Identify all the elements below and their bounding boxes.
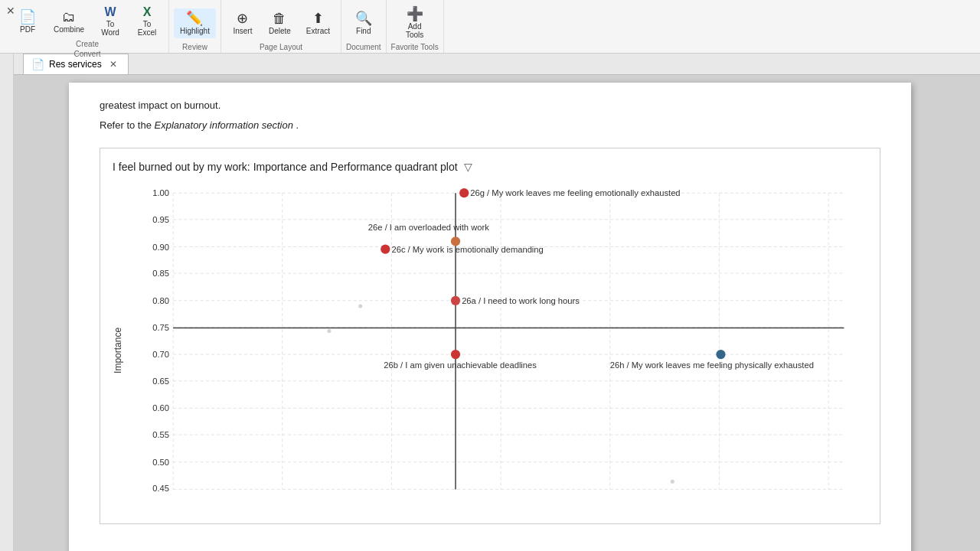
add-tools-button[interactable]: ➕ AddTools bbox=[398, 4, 432, 42]
svg-text:26c / My work is emotionally d: 26c / My work is emotionally demanding bbox=[391, 245, 543, 254]
to-word-label: ToWord bbox=[101, 20, 119, 37]
datapoint-26h[interactable] bbox=[716, 350, 725, 359]
toolbar-group-create: 📄 PDF 🗂 Combine W ToWord X ToExcel Creat… bbox=[6, 0, 169, 53]
svg-text:26a / I need to work long hour: 26a / I need to work long hours bbox=[462, 296, 580, 305]
svg-text:0.70: 0.70 bbox=[152, 350, 169, 359]
convert-section-label: Convert bbox=[74, 50, 101, 60]
intro-line2-prefix: Refer to the bbox=[100, 119, 155, 131]
tab-close-button[interactable]: ✕ bbox=[106, 59, 120, 70]
review-section-label: Review bbox=[182, 43, 207, 53]
tab-title: Res services bbox=[49, 59, 102, 70]
datapoint-26g[interactable] bbox=[459, 188, 469, 197]
datapoint-26b[interactable] bbox=[451, 350, 460, 359]
svg-text:0.95: 0.95 bbox=[152, 215, 169, 224]
extract-icon: ⬆ bbox=[312, 11, 324, 25]
to-word-button[interactable]: W ToWord bbox=[93, 3, 127, 40]
svg-text:0.50: 0.50 bbox=[152, 458, 169, 467]
chart-title-text: I feel burned out by my work: Importance… bbox=[113, 161, 458, 173]
svg-text:26e / I am overloaded with wor: 26e / I am overloaded with work bbox=[368, 223, 489, 232]
svg-text:0.85: 0.85 bbox=[152, 269, 169, 278]
svg-text:0.90: 0.90 bbox=[152, 243, 169, 252]
left-sidebar-strip bbox=[0, 54, 14, 551]
chart-container: I feel burned out by my work: Importance… bbox=[100, 148, 880, 524]
tab-icon: 📄 bbox=[31, 58, 44, 70]
intro-line1: greatest impact on burnout. bbox=[100, 98, 880, 113]
extract-button[interactable]: ⬆ Extract bbox=[300, 8, 336, 38]
svg-text:0.80: 0.80 bbox=[152, 296, 169, 305]
intro-line2-end: . bbox=[296, 119, 299, 131]
svg-text:1.00: 1.00 bbox=[152, 188, 169, 197]
svg-text:26h / My work leaves me feelin: 26h / My work leaves me feeling physical… bbox=[610, 360, 814, 370]
delete-label: Delete bbox=[269, 27, 291, 35]
toolbar-group-review: ✏️ Highlight Review bbox=[169, 0, 221, 53]
insert-button[interactable]: ⊕ Insert bbox=[226, 8, 260, 38]
to-excel-label: ToExcel bbox=[138, 20, 156, 37]
toolbar-group-pagelayout: ⊕ Insert 🗑 Delete ⬆ Extract Page Layout bbox=[221, 0, 341, 53]
intro-line2-italic: Explanatory information section bbox=[155, 119, 293, 131]
datapoint-26c[interactable] bbox=[381, 244, 390, 253]
delete-icon: 🗑 bbox=[273, 11, 286, 25]
chart-inner: 1.00 0.95 0.90 0.85 0.80 0.75 0.70 0.65 … bbox=[126, 185, 867, 516]
chart-area: Importance bbox=[113, 185, 867, 516]
insert-icon: ⊕ bbox=[237, 11, 248, 25]
svg-text:0.75: 0.75 bbox=[152, 323, 169, 332]
extract-label: Extract bbox=[306, 27, 330, 35]
combine-label: Combine bbox=[54, 25, 84, 34]
pdf-label: PDF bbox=[20, 25, 35, 34]
document-section-label: Document bbox=[346, 43, 381, 53]
svg-text:0.45: 0.45 bbox=[152, 484, 169, 493]
toolbar-group-favoritetools: ➕ AddTools Favorite Tools bbox=[387, 0, 444, 53]
create-section-label: Create bbox=[76, 40, 99, 50]
toolbar: 📄 PDF 🗂 Combine W ToWord X ToExcel Creat… bbox=[0, 0, 980, 54]
svg-point-41 bbox=[671, 480, 675, 484]
add-tools-label: AddTools bbox=[406, 22, 423, 39]
toolbar-group-document: 🔍 Find Document bbox=[341, 0, 387, 53]
delete-button[interactable]: 🗑 Delete bbox=[263, 8, 297, 38]
highlight-icon: ✏️ bbox=[186, 11, 203, 25]
combine-icon: 🗂 bbox=[62, 10, 76, 24]
main-content: greatest impact on burnout. Refer to the… bbox=[0, 75, 980, 551]
svg-text:26b / I am given unachievable : 26b / I am given unachievable deadlines bbox=[384, 360, 537, 370]
chart-title-row: I feel burned out by my work: Importance… bbox=[113, 161, 867, 173]
svg-point-40 bbox=[327, 329, 331, 333]
highlight-button[interactable]: ✏️ Highlight bbox=[174, 8, 216, 38]
svg-text:0.55: 0.55 bbox=[152, 430, 169, 439]
filter-icon[interactable]: ▽ bbox=[464, 161, 472, 173]
chart-svg: 1.00 0.95 0.90 0.85 0.80 0.75 0.70 0.65 … bbox=[126, 185, 867, 513]
tab-bar: 📄 Res services ✕ bbox=[0, 54, 980, 75]
y-axis-label: Importance bbox=[113, 185, 123, 516]
insert-label: Insert bbox=[233, 27, 252, 35]
svg-text:0.65: 0.65 bbox=[152, 377, 169, 386]
combine-button[interactable]: 🗂 Combine bbox=[47, 7, 90, 37]
intro-line2: Refer to the Explanatory information sec… bbox=[100, 118, 880, 133]
document-page: greatest impact on burnout. Refer to the… bbox=[69, 83, 911, 551]
svg-text:26g / My work leaves me feelin: 26g / My work leaves me feeling emotiona… bbox=[470, 188, 680, 197]
find-label: Find bbox=[356, 27, 371, 35]
excel-icon: X bbox=[143, 6, 152, 18]
to-excel-button[interactable]: X ToExcel bbox=[130, 3, 164, 40]
pdf-icon: 📄 bbox=[19, 10, 36, 24]
word-icon: W bbox=[104, 6, 116, 18]
svg-text:0.60: 0.60 bbox=[152, 403, 169, 412]
pagelayout-section-label: Page Layout bbox=[260, 43, 302, 53]
favoritetools-section-label: Favorite Tools bbox=[391, 43, 439, 53]
datapoint-26a[interactable] bbox=[451, 296, 460, 305]
pdf-button[interactable]: 📄 PDF bbox=[11, 7, 44, 37]
find-icon: 🔍 bbox=[355, 11, 372, 25]
find-button[interactable]: 🔍 Find bbox=[347, 8, 381, 38]
svg-point-39 bbox=[358, 304, 362, 308]
add-tools-icon: ➕ bbox=[407, 7, 423, 21]
highlight-label: Highlight bbox=[180, 27, 210, 35]
